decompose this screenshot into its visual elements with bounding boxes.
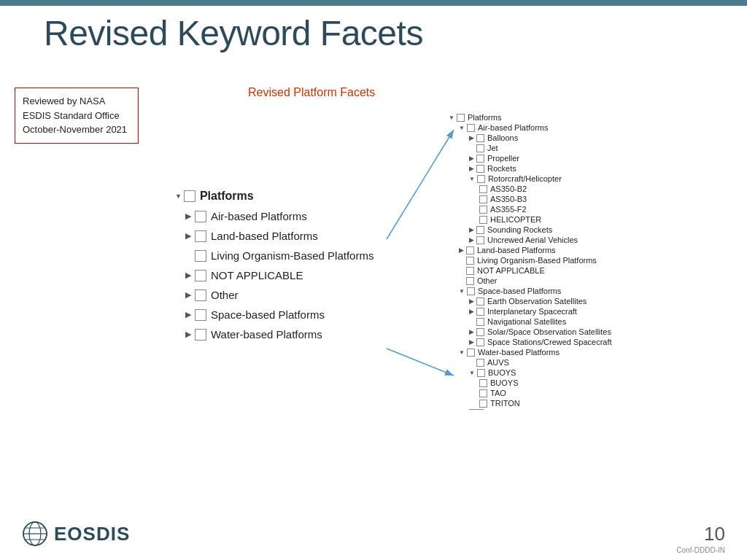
item-label: Other <box>477 276 498 285</box>
item-label: AS350-B3 <box>490 195 527 203</box>
item-label: Solar/Space Observation Satellites <box>487 327 611 336</box>
eosdis-logo: EOSDIS <box>22 521 130 547</box>
list-item: ▶ Water-based Platforms <box>185 328 374 341</box>
item-label: Interplanetary Spacecraft <box>487 307 577 316</box>
checkbox[interactable] <box>479 389 487 397</box>
checkbox[interactable] <box>466 267 474 275</box>
item-label: TAO <box>490 389 506 397</box>
collapse-icon[interactable]: ▶ <box>469 338 474 346</box>
item-label: AUVS <box>487 358 509 367</box>
checkbox[interactable] <box>195 250 206 262</box>
checkbox[interactable] <box>184 190 196 202</box>
item-label: NOT APPLICABLE <box>477 266 545 275</box>
left-tree-root-label: Platforms <box>200 190 254 203</box>
collapse-icon[interactable]: ▶ <box>185 211 191 221</box>
checkbox[interactable] <box>476 318 484 326</box>
item-label: Land-based Platforms <box>477 246 556 254</box>
checkbox[interactable] <box>476 134 484 142</box>
item-label: Water-based Platforms <box>478 348 560 357</box>
collapse-icon[interactable]: ▶ <box>469 165 474 172</box>
expand-icon[interactable]: ▼ <box>449 114 454 121</box>
checkbox[interactable] <box>476 155 484 163</box>
list-item: ▶ Living Organism-Based Platforms <box>185 249 374 262</box>
checkbox[interactable] <box>195 289 206 301</box>
list-item: ▶ Earth Observation Satellites <box>469 297 612 306</box>
collapse-icon[interactable]: ▶ <box>185 330 191 339</box>
checkbox[interactable] <box>195 230 206 242</box>
collapse-icon[interactable]: ▶ <box>185 271 191 280</box>
collapse-icon[interactable]: ▶ <box>185 310 191 319</box>
item-label: NOT APPLICABLE <box>211 269 303 281</box>
top-bar <box>0 0 747 6</box>
checkbox[interactable] <box>479 195 487 203</box>
checkbox[interactable] <box>466 277 474 285</box>
checkbox[interactable] <box>479 206 487 214</box>
collapse-icon[interactable]: ▶ <box>469 226 474 233</box>
checkbox[interactable] <box>476 328 484 336</box>
reviewed-box: Reviewed by NASA ESDIS Standard Office O… <box>15 88 139 144</box>
collapse-icon[interactable]: ▶ <box>469 328 474 335</box>
item-label: Land-based Platforms <box>211 230 318 242</box>
list-item: ▶ Jet <box>469 144 612 152</box>
collapse-icon[interactable]: ▶ <box>469 155 474 162</box>
checkbox[interactable] <box>467 124 475 132</box>
checkbox[interactable] <box>195 270 206 281</box>
checkbox[interactable] <box>476 308 484 316</box>
checkbox[interactable] <box>479 379 487 387</box>
item-label: Other <box>211 289 239 301</box>
expand-icon[interactable]: ▼ <box>459 288 465 295</box>
page-title: Revised Keyword Facets <box>44 13 423 53</box>
checkbox[interactable] <box>467 349 475 357</box>
list-item: ▼ Rotorcraft/Helicopter <box>469 174 612 183</box>
svg-line-2 <box>387 130 454 239</box>
item-label: AS355-F2 <box>490 205 527 214</box>
item-label: Rotorcraft/Helicopter <box>488 174 562 183</box>
checkbox[interactable] <box>476 226 484 234</box>
list-item: ▶ Interplanetary Spacecraft <box>469 307 612 316</box>
checkbox[interactable] <box>476 359 484 367</box>
checkbox[interactable] <box>457 114 465 122</box>
list-item: ▼ Platforms <box>449 113 612 122</box>
expand-icon[interactable]: ▼ <box>459 349 465 356</box>
collapse-icon[interactable]: ▶ <box>469 134 474 141</box>
expand-icon[interactable]: ▼ <box>469 176 475 182</box>
expand-icon[interactable]: ▼ <box>175 192 182 200</box>
collapse-icon[interactable]: ▶ <box>469 308 474 315</box>
collapse-icon[interactable]: ▶ <box>469 298 474 305</box>
item-label: Water-based Platforms <box>211 328 322 341</box>
checkbox[interactable] <box>466 246 474 254</box>
item-label: Balloons <box>487 133 518 142</box>
list-item: ▶ Space-based Platforms <box>185 308 374 321</box>
item-label: Sounding Rockets <box>487 225 552 234</box>
section-title: Revised Platform Facets <box>248 86 375 99</box>
checkbox[interactable] <box>466 257 474 265</box>
item-label: Jet <box>487 144 498 152</box>
checkbox[interactable] <box>476 165 484 173</box>
list-item: ▶ Uncrewed Aerial Vehicles <box>469 236 612 244</box>
checkbox[interactable] <box>477 175 485 183</box>
checkbox[interactable] <box>477 369 485 377</box>
checkbox[interactable] <box>476 298 484 306</box>
left-tree-children: ▶ Air-based Platforms ▶ Land-based Platf… <box>185 210 374 341</box>
list-item: ▶ Balloons <box>469 133 612 142</box>
checkbox[interactable] <box>467 287 475 295</box>
expand-icon[interactable]: ▼ <box>459 125 465 131</box>
list-item: ▶ Living Organism-Based Platforms <box>459 256 612 265</box>
checkbox[interactable] <box>195 309 206 321</box>
checkbox[interactable] <box>476 236 484 244</box>
item-label: Platforms <box>468 113 501 122</box>
checkbox[interactable] <box>479 400 487 408</box>
checkbox[interactable] <box>479 216 487 224</box>
item-label: TRITON <box>490 399 520 408</box>
collapse-icon[interactable]: ▶ <box>469 236 474 244</box>
checkbox[interactable] <box>195 329 206 341</box>
checkbox[interactable] <box>476 144 484 152</box>
collapse-icon[interactable]: ▶ <box>185 231 191 241</box>
expand-icon[interactable]: ▼ <box>469 370 475 376</box>
checkbox[interactable] <box>195 211 206 222</box>
collapse-icon[interactable]: ▶ <box>185 290 191 300</box>
item-label: Air-based Platforms <box>211 210 307 222</box>
collapse-icon[interactable]: ▶ <box>459 246 464 254</box>
checkbox[interactable] <box>479 185 487 193</box>
checkbox[interactable] <box>476 338 484 346</box>
